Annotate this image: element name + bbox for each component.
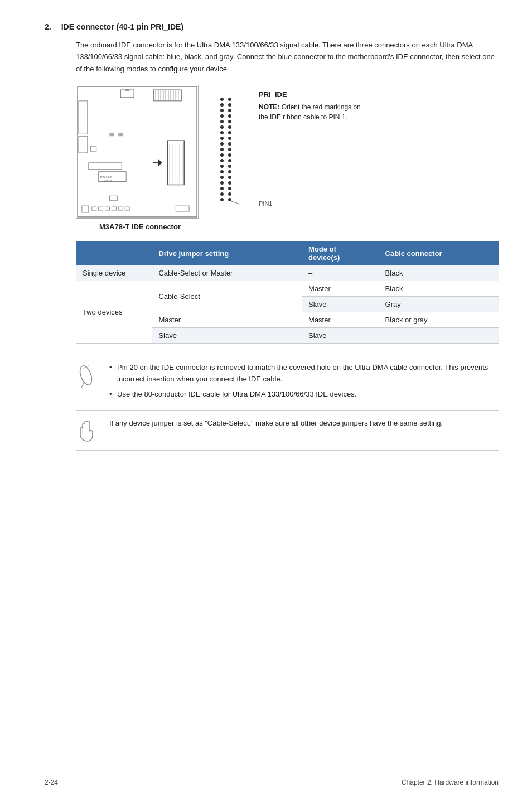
svg-point-48 xyxy=(228,103,231,107)
ide-connector-visual xyxy=(217,96,245,209)
svg-rect-38 xyxy=(105,207,110,210)
pri-ide-label: PRI_IDE xyxy=(259,90,370,99)
hand-note-text: If any device jumper is set as "Cable-Se… xyxy=(109,419,443,427)
section-description: The onboard IDE connector is for the Ult… xyxy=(76,39,499,75)
table-row: Single device Cable-Select or Master – B… xyxy=(76,265,499,281)
svg-marker-43 xyxy=(158,159,162,167)
svg-point-67 xyxy=(220,159,224,162)
svg-point-59 xyxy=(220,137,224,140)
note-item: Pin 20 on the IDE connector is removed t… xyxy=(109,362,499,385)
svg-text:ASUS: ASUS xyxy=(104,181,112,183)
note-bold: NOTE: xyxy=(259,103,279,111)
table-cell-cable xyxy=(379,328,499,344)
table-cell-mode: – xyxy=(302,265,379,281)
connector-label-area: PRI_IDE NOTE: Orient the red markings on… xyxy=(259,90,370,207)
svg-point-68 xyxy=(228,159,231,162)
svg-rect-22 xyxy=(89,163,122,170)
svg-point-79 xyxy=(220,192,224,196)
svg-point-70 xyxy=(228,165,231,168)
table-cell-cable: Black or gray xyxy=(379,312,499,328)
note-box-hand: If any device jumper is set as "Cable-Se… xyxy=(76,411,499,451)
svg-point-57 xyxy=(220,131,224,134)
svg-point-45 xyxy=(220,98,224,101)
table-cell-mode: Master xyxy=(302,312,379,328)
svg-rect-33 xyxy=(118,133,123,137)
svg-point-76 xyxy=(228,181,231,185)
svg-rect-21 xyxy=(91,146,96,152)
svg-point-69 xyxy=(220,165,224,168)
svg-point-60 xyxy=(228,137,231,140)
svg-line-83 xyxy=(230,201,240,204)
hand-icon xyxy=(76,418,100,443)
svg-point-52 xyxy=(228,114,231,118)
svg-point-72 xyxy=(228,170,231,173)
svg-point-50 xyxy=(228,109,231,112)
hand-note-content: If any device jumper is set as "Cable-Se… xyxy=(109,418,499,429)
table-cell-jumper: Slave xyxy=(152,328,302,344)
svg-point-75 xyxy=(220,181,224,185)
svg-point-63 xyxy=(220,148,224,151)
svg-point-80 xyxy=(228,192,231,196)
svg-point-56 xyxy=(228,125,231,129)
svg-point-66 xyxy=(228,153,231,157)
svg-point-74 xyxy=(228,176,231,179)
table-header-jumper: Drive jumper setting xyxy=(152,241,302,265)
table-row: Two devices Cable-Select Master Black xyxy=(76,281,499,297)
table-cell-device: Single device xyxy=(76,265,152,281)
svg-point-62 xyxy=(228,142,231,146)
svg-rect-34 xyxy=(109,196,117,201)
table-cell-jumper: Master xyxy=(152,312,302,328)
pin1-label: PIN1 xyxy=(259,200,370,207)
svg-rect-2 xyxy=(125,89,129,91)
svg-rect-32 xyxy=(109,133,114,137)
table-cell-cable: Black xyxy=(379,265,499,281)
svg-rect-20 xyxy=(79,137,88,153)
footer-chapter: Chapter 2: Hardware information xyxy=(402,779,499,786)
table-cell-jumper: Cable-Select xyxy=(152,281,302,312)
svg-rect-36 xyxy=(92,207,96,210)
svg-point-78 xyxy=(228,187,231,190)
note-item: Use the 80-conductor IDE cable for Ultra… xyxy=(109,389,499,400)
svg-point-49 xyxy=(220,109,224,112)
svg-point-73 xyxy=(220,176,224,179)
note-box-pencil: Pin 20 on the IDE connector is removed t… xyxy=(76,355,499,410)
svg-rect-39 xyxy=(112,207,116,210)
table-header-cable: Cable connector xyxy=(379,241,499,265)
pencil-icon xyxy=(76,362,100,388)
svg-point-71 xyxy=(220,170,224,173)
table-cell-device: Two devices xyxy=(76,281,152,344)
pencil-note-content: Pin 20 on the IDE connector is removed t… xyxy=(109,362,499,403)
section-number: 2. xyxy=(45,22,51,31)
svg-point-81 xyxy=(220,198,224,201)
svg-point-64 xyxy=(228,148,231,151)
svg-rect-3 xyxy=(154,90,182,101)
table-cell-mode: Slave xyxy=(302,328,379,344)
svg-point-65 xyxy=(220,153,224,157)
svg-rect-19 xyxy=(79,101,88,134)
svg-point-53 xyxy=(220,120,224,123)
table-cell-jumper: Cable-Select or Master xyxy=(152,265,302,281)
ide-table: Drive jumper setting Mode ofdevice(s) Ca… xyxy=(76,241,499,344)
svg-point-46 xyxy=(228,98,231,101)
section-title: IDE connector (40-1 pin PRI_IDE) xyxy=(61,22,183,31)
table-cell-cable: Black xyxy=(379,281,499,297)
svg-point-47 xyxy=(220,103,224,107)
svg-point-77 xyxy=(220,187,224,190)
connector-note-text: NOTE: Orient the red markings on the IDE… xyxy=(259,102,370,122)
svg-point-51 xyxy=(220,114,224,118)
diagram-caption: M3A78-T IDE connector xyxy=(76,223,204,231)
motherboard-diagram: M3A78-T ASUS xyxy=(76,85,199,219)
page-footer: 2-24 Chapter 2: Hardware information xyxy=(0,774,532,786)
table-cell-cable: Gray xyxy=(379,297,499,312)
table-col-empty xyxy=(76,241,152,265)
svg-rect-41 xyxy=(125,207,129,210)
table-cell-mode: Master xyxy=(302,281,379,297)
svg-point-61 xyxy=(220,142,224,146)
svg-rect-40 xyxy=(118,207,123,210)
svg-point-58 xyxy=(228,131,231,134)
svg-point-84 xyxy=(78,364,94,386)
svg-line-85 xyxy=(81,383,84,388)
table-cell-mode: Slave xyxy=(302,297,379,312)
svg-rect-42 xyxy=(176,206,189,211)
table-header-mode: Mode ofdevice(s) xyxy=(302,241,379,265)
